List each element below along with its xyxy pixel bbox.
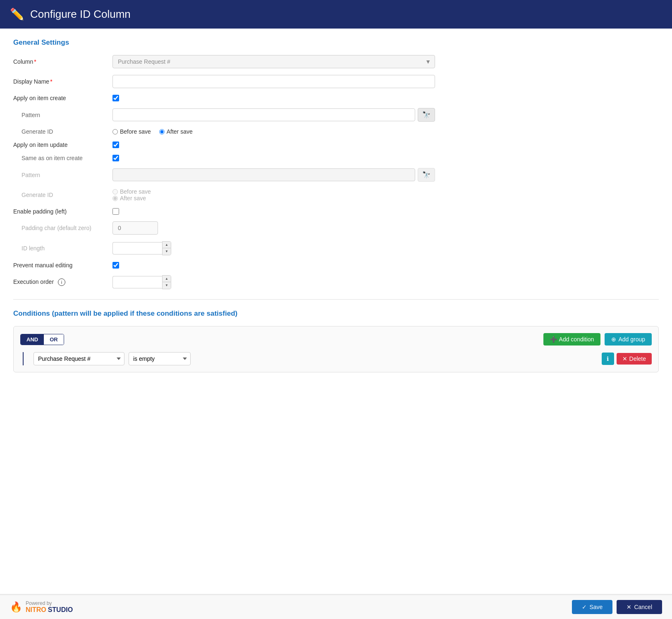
and-button[interactable]: AND <box>21 334 44 345</box>
pattern-update-row: Pattern PR_%%$Year([Created|Created])%%_… <box>13 168 659 182</box>
id-length-decrement-button[interactable]: ▼ <box>163 248 171 255</box>
conditions-box: AND OR ➕ Add condition ⊕ Add group Purch… <box>13 326 659 372</box>
prevent-manual-checkbox[interactable] <box>112 262 119 269</box>
plus-icon: ➕ <box>550 336 557 343</box>
condition-row: Purchase Request # is emptyis not emptye… <box>23 352 652 365</box>
pattern-create-wrapper: PR_%%$Year([Created|Created])%%_%%$pad([… <box>112 108 435 122</box>
checkmark-icon: ✓ <box>582 604 587 610</box>
pattern-update-label: Pattern <box>13 172 112 178</box>
edit-icon: ✏️ <box>10 7 24 21</box>
apply-create-checkbox[interactable] <box>112 95 119 101</box>
brand-name-line: NITRO STUDIO <box>26 606 73 614</box>
display-name-input[interactable]: Purchase Request # <box>112 75 435 88</box>
padding-char-input[interactable] <box>112 221 158 235</box>
column-select[interactable]: Purchase Request # <box>112 55 435 68</box>
condition-op-select[interactable]: is emptyis not emptyequalsnot equalscont… <box>129 352 191 365</box>
generate-id-create-row: Generate ID Before save After save <box>13 128 659 135</box>
x-cancel-icon: ✕ <box>627 604 631 610</box>
conditions-section-title: Conditions (pattern will be applied if t… <box>13 310 659 318</box>
prevent-manual-row: Prevent manual editing <box>13 262 659 269</box>
id-length-row: ID length 10 ▲ ▼ <box>13 241 659 255</box>
before-save-create-radio[interactable] <box>112 129 118 134</box>
powered-by-text: Powered by <box>26 600 73 606</box>
conditions-header: AND OR ➕ Add condition ⊕ Add group <box>20 333 652 345</box>
execution-order-input[interactable]: 1 <box>112 276 162 288</box>
main-content: General Settings Column* Purchase Reques… <box>0 29 672 594</box>
add-condition-button[interactable]: ➕ Add condition <box>543 333 601 345</box>
x-icon: ✕ <box>622 355 627 362</box>
nitro-brand-name: NITRO <box>26 606 46 613</box>
pattern-create-input[interactable]: PR_%%$Year([Created|Created])%%_%%$pad([… <box>112 108 415 121</box>
generate-id-update-label: Generate ID <box>13 192 112 198</box>
generate-id-create-label: Generate ID <box>13 128 112 135</box>
display-name-row: Display Name* Purchase Request # <box>13 75 659 88</box>
footer-brand-text-group: Powered by NITRO STUDIO <box>26 600 73 614</box>
id-length-wrapper: 10 ▲ ▼ <box>112 241 171 255</box>
pattern-create-label: Pattern <box>13 112 112 118</box>
after-save-create-option[interactable]: After save <box>159 128 193 135</box>
execution-order-increment-button[interactable]: ▲ <box>163 276 171 282</box>
before-save-update-radio <box>112 189 118 194</box>
save-button[interactable]: ✓ Save <box>572 600 612 614</box>
general-settings-title: General Settings <box>13 38 659 47</box>
same-as-create-checkbox[interactable] <box>112 155 119 161</box>
prevent-manual-label: Prevent manual editing <box>13 262 112 269</box>
generate-id-update-radio-group: Before save After save <box>112 188 151 202</box>
execution-order-row: Execution order i 1 ▲ ▼ <box>13 275 659 289</box>
column-row: Column* Purchase Request # ▼ <box>13 55 659 68</box>
condition-delete-button[interactable]: ✕ Delete <box>617 353 652 365</box>
footer: 🔥 Powered by NITRO STUDIO ✓ Save ✕ Cance… <box>0 595 672 619</box>
execution-order-label: Execution order i <box>13 278 112 286</box>
id-length-increment-button[interactable]: ▲ <box>163 242 171 248</box>
same-as-create-row: Same as on item create <box>13 155 659 161</box>
enable-padding-checkbox[interactable] <box>112 208 119 215</box>
before-save-create-option[interactable]: Before save <box>112 128 151 135</box>
add-group-button[interactable]: ⊕ Add group <box>605 333 652 345</box>
column-select-wrapper: Purchase Request # ▼ <box>112 55 435 68</box>
apply-update-row: Apply on item update <box>13 142 659 148</box>
id-length-input[interactable]: 10 <box>112 242 162 254</box>
condition-field-select[interactable]: Purchase Request # <box>33 352 124 365</box>
execution-order-spinner: ▲ ▼ <box>162 275 171 289</box>
studio-label: STUDIO <box>48 606 73 613</box>
or-button[interactable]: OR <box>44 334 64 345</box>
generate-id-create-radio-group: Before save After save <box>112 128 193 135</box>
condition-delete-group: ℹ ✕ Delete <box>602 353 652 365</box>
execution-order-decrement-button[interactable]: ▼ <box>163 282 171 289</box>
and-or-toggle: AND OR <box>20 334 64 345</box>
padding-char-label: Padding char (default zero) <box>13 225 112 231</box>
id-length-spinner: ▲ ▼ <box>162 241 171 255</box>
column-label: Column* <box>13 58 112 65</box>
execution-order-wrapper: 1 ▲ ▼ <box>112 275 171 289</box>
apply-update-label: Apply on item update <box>13 142 112 148</box>
pattern-create-binoculars-button[interactable]: 🔭 <box>418 108 435 122</box>
padding-char-row: Padding char (default zero) <box>13 221 659 235</box>
enable-padding-label: Enable padding (left) <box>13 208 112 215</box>
display-name-label: Display Name* <box>13 78 112 85</box>
after-save-create-radio[interactable] <box>159 129 165 134</box>
pattern-update-binoculars-button: 🔭 <box>418 168 435 182</box>
header: ✏️ Configure ID Column <box>0 0 672 29</box>
pattern-update-wrapper: PR_%%$Year([Created|Created])%%_%%$pad([… <box>112 168 435 182</box>
apply-create-row: Apply on item create <box>13 95 659 101</box>
pattern-create-row: Pattern PR_%%$Year([Created|Created])%%_… <box>13 108 659 122</box>
condition-actions: ➕ Add condition ⊕ Add group <box>543 333 652 345</box>
footer-actions: ✓ Save ✕ Cancel <box>572 600 662 614</box>
section-divider <box>13 299 659 300</box>
nitro-logo-icon: 🔥 <box>10 601 22 613</box>
id-length-label: ID length <box>13 245 112 252</box>
condition-info-button[interactable]: ℹ <box>602 353 614 365</box>
after-save-update-radio <box>112 196 118 201</box>
before-save-update-option: Before save <box>112 188 151 195</box>
circle-plus-icon: ⊕ <box>611 336 616 343</box>
execution-order-info-icon[interactable]: i <box>58 278 65 286</box>
apply-create-label: Apply on item create <box>13 95 112 101</box>
footer-brand: 🔥 Powered by NITRO STUDIO <box>10 600 73 614</box>
cancel-button[interactable]: ✕ Cancel <box>617 600 662 614</box>
enable-padding-row: Enable padding (left) <box>13 208 659 215</box>
same-as-create-label: Same as on item create <box>13 155 112 161</box>
generate-id-update-row: Generate ID Before save After save <box>13 188 659 202</box>
page-title: Configure ID Column <box>30 8 131 21</box>
after-save-update-option: After save <box>112 195 151 202</box>
apply-update-checkbox[interactable] <box>112 142 119 148</box>
